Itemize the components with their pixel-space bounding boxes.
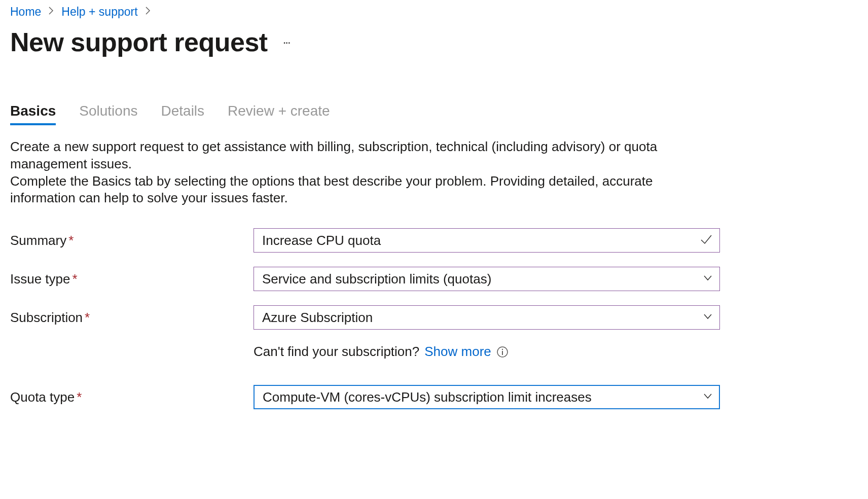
form-description: Create a new support request to get assi… — [10, 138, 720, 207]
tab-details[interactable]: Details — [161, 103, 204, 124]
form-row-subscription: Subscription* Azure Subscription — [10, 305, 858, 330]
svg-point-1 — [502, 348, 503, 349]
page-header: New support request ··· — [10, 27, 858, 57]
subscription-label: Subscription* — [10, 310, 254, 326]
more-icon[interactable]: ··· — [283, 35, 290, 49]
form-row-issue-type: Issue type* Service and subscription lim… — [10, 267, 858, 291]
quota-type-label: Quota type* — [10, 389, 254, 405]
info-icon[interactable] — [496, 346, 509, 358]
tab-basics[interactable]: Basics — [10, 103, 56, 124]
issue-type-label: Issue type* — [10, 271, 254, 287]
required-indicator: * — [85, 310, 90, 325]
show-more-link[interactable]: Show more — [424, 344, 491, 360]
chevron-right-icon — [48, 6, 54, 18]
summary-label: Summary* — [10, 233, 254, 248]
quota-type-select[interactable]: Compute-VM (cores-vCPUs) subscription li… — [254, 385, 720, 409]
required-indicator: * — [68, 233, 74, 248]
required-indicator: * — [77, 389, 82, 405]
breadcrumb: Home Help + support — [10, 5, 858, 19]
tab-review-create[interactable]: Review + create — [228, 103, 330, 124]
subscription-hint-text: Can't find your subscription? — [254, 344, 419, 360]
svg-rect-2 — [502, 351, 503, 355]
required-indicator: * — [73, 271, 78, 287]
tabs: Basics Solutions Details Review + create — [10, 103, 858, 124]
form-row-quota-type: Quota type* Compute-VM (cores-vCPUs) sub… — [10, 385, 858, 409]
chevron-right-icon — [145, 6, 151, 18]
breadcrumb-home[interactable]: Home — [10, 5, 41, 19]
breadcrumb-help-support[interactable]: Help + support — [61, 5, 137, 19]
form-row-summary: Summary* Increase CPU quota — [10, 228, 858, 253]
description-line1: Create a new support request to get assi… — [10, 139, 657, 171]
subscription-hint-row: Can't find your subscription? Show more — [10, 344, 858, 360]
subscription-select[interactable]: Azure Subscription — [254, 305, 720, 330]
page-title: New support request — [10, 27, 268, 57]
description-line2: Complete the Basics tab by selecting the… — [10, 173, 653, 206]
summary-input[interactable]: Increase CPU quota — [254, 228, 720, 253]
issue-type-select[interactable]: Service and subscription limits (quotas) — [254, 267, 720, 291]
tab-solutions[interactable]: Solutions — [79, 103, 137, 124]
